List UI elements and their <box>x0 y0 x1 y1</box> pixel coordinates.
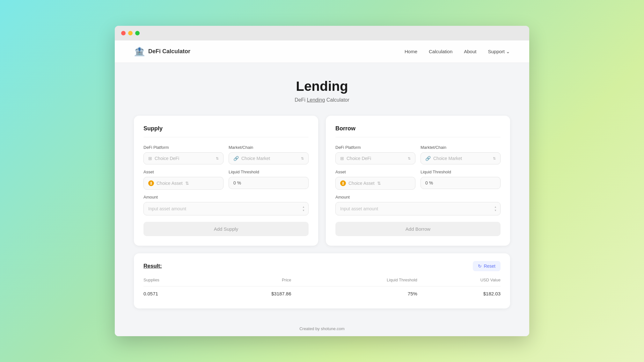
borrow-market-chain-group: Marktet/Chain 🔗 Choice Market ⇅ <box>421 145 501 164</box>
borrow-card-title: Borrow <box>335 125 501 137</box>
borrow-liquid-threshold-input[interactable] <box>421 177 501 189</box>
page-title: Lending <box>134 79 510 94</box>
browser-window: 🏦 DeFi Calculator Home Calculation About… <box>115 26 529 336</box>
footer: Created by shotune.com <box>115 321 529 336</box>
main-content: Lending DeFi Lending Calculator Supply D… <box>115 63 529 321</box>
col-price: Price <box>209 278 291 286</box>
supply-market-chain-label: Market/Chain <box>229 145 309 150</box>
supply-amount-arrows: ▲ ▼ <box>302 206 305 212</box>
page-header: Lending DeFi Lending Calculator <box>134 79 510 103</box>
borrow-middle-row: Asset ₿ Choice Asset ⇅ Liquid Threshold <box>335 170 501 190</box>
supply-market-chain-group: Market/Chain 🔗 Choice Market ⇅ <box>229 145 309 164</box>
borrow-asset-select[interactable]: ₿ Choice Asset ⇅ <box>335 177 415 190</box>
supply-amount-label: Amount <box>143 195 309 199</box>
add-supply-button[interactable]: Add Supply <box>143 222 309 236</box>
chevron-icon-borrow-3: ⇅ <box>377 181 381 186</box>
supply-liquid-threshold-group: Liquid Threshold <box>229 170 309 190</box>
row-supplies: 0.0571 <box>143 286 209 301</box>
link-icon-borrow: 🔗 <box>425 156 431 161</box>
add-borrow-button[interactable]: Add Borrow <box>335 222 501 236</box>
nav-support[interactable]: Support ⌄ <box>488 49 510 54</box>
supply-defi-platform-group: DeFi Platform ⊞ Choice DeFi ⇅ <box>143 145 223 164</box>
reset-label: Reset <box>484 264 495 269</box>
supply-asset-label: Asset <box>143 170 223 174</box>
nav-home[interactable]: Home <box>405 49 417 54</box>
borrow-amount-group: Amount ▲ ▼ <box>335 195 501 215</box>
supply-asset-value: Choice Asset <box>157 181 183 186</box>
borrow-amount-label: Amount <box>335 195 501 199</box>
traffic-light-green[interactable] <box>135 31 140 35</box>
borrow-asset-value: Choice Asset <box>348 181 375 186</box>
grid-icon-borrow: ⊞ <box>340 156 344 161</box>
subtitle-pre: DeFi <box>295 97 307 103</box>
row-liquid-threshold: 75% <box>291 286 417 301</box>
cards-row: Supply DeFi Platform ⊞ Choice DeFi ⇅ <box>134 116 510 246</box>
supply-asset-group: Asset ₿ Choice Asset ⇅ <box>143 170 223 190</box>
reset-button[interactable]: ↻ Reset <box>473 261 501 271</box>
grid-icon: ⊞ <box>148 156 152 161</box>
col-liquid-threshold: Liquid Threshold <box>291 278 417 286</box>
result-title: Result: <box>143 263 162 269</box>
browser-titlebar <box>115 26 529 40</box>
supply-amount-group: Amount ▲ ▼ <box>143 195 309 215</box>
result-header: Result: ↻ Reset <box>143 261 501 271</box>
nav-calculation[interactable]: Calculation <box>429 49 452 54</box>
brand-icon: 🏦 <box>134 46 145 57</box>
chevron-icon-borrow-2: ⇅ <box>493 156 496 161</box>
supply-liquid-threshold-input[interactable] <box>229 177 309 189</box>
borrow-top-row: DeFi Platform ⊞ Choice DeFi ⇅ Marktet/Ch… <box>335 145 501 164</box>
supply-card-title: Supply <box>143 125 309 137</box>
supply-market-chain-value: Choice Market <box>241 156 298 161</box>
result-table: Supplies Price Liquid Threshold USD Valu… <box>143 278 501 301</box>
chevron-icon-2: ⇅ <box>301 156 304 161</box>
brand: 🏦 DeFi Calculator <box>134 46 190 57</box>
result-section: Result: ↻ Reset Supplies Price Liquid Th… <box>134 253 510 308</box>
supply-defi-platform-value: Choice DeFi <box>155 156 213 161</box>
borrow-card: Borrow DeFi Platform ⊞ Choice DeFi ⇅ <box>326 116 510 246</box>
refresh-icon: ↻ <box>478 264 482 269</box>
chevron-icon-3: ⇅ <box>185 181 189 186</box>
borrow-amount-wrapper: ▲ ▼ <box>335 202 501 215</box>
supply-defi-platform-select[interactable]: ⊞ Choice DeFi ⇅ <box>143 152 223 164</box>
chevron-icon: ⇅ <box>216 156 219 161</box>
supply-defi-platform-label: DeFi Platform <box>143 145 223 150</box>
browser-content: 🏦 DeFi Calculator Home Calculation About… <box>115 40 529 336</box>
supply-top-row: DeFi Platform ⊞ Choice DeFi ⇅ Market/Cha… <box>143 145 309 164</box>
borrow-defi-platform-group: DeFi Platform ⊞ Choice DeFi ⇅ <box>335 145 415 164</box>
borrow-market-chain-label: Marktet/Chain <box>421 145 501 150</box>
borrow-asset-label: Asset <box>335 170 415 174</box>
subtitle-post: Calculator <box>325 97 349 103</box>
nav-support-label: Support <box>488 49 505 54</box>
footer-text: Created by shotune.com <box>299 326 345 331</box>
borrow-defi-platform-select[interactable]: ⊞ Choice DeFi ⇅ <box>335 152 415 164</box>
link-icon: 🔗 <box>233 156 239 161</box>
navbar-nav: Home Calculation About Support ⌄ <box>405 49 510 54</box>
borrow-market-chain-select[interactable]: 🔗 Choice Market ⇅ <box>421 152 501 164</box>
borrow-liquid-threshold-label: Liquid Threshold <box>421 170 501 174</box>
chevron-icon-borrow: ⇅ <box>408 156 411 161</box>
bitcoin-icon-borrow: ₿ <box>340 180 346 186</box>
traffic-light-yellow[interactable] <box>128 31 133 35</box>
supply-middle-row: Asset ₿ Choice Asset ⇅ Liquid Threshold <box>143 170 309 190</box>
table-row: 0.0571 $3187.86 75% $182.03 <box>143 286 501 301</box>
navbar: 🏦 DeFi Calculator Home Calculation About… <box>115 40 529 63</box>
supply-card: Supply DeFi Platform ⊞ Choice DeFi ⇅ <box>134 116 318 246</box>
borrow-defi-platform-label: DeFi Platform <box>335 145 415 150</box>
brand-name: DeFi Calculator <box>148 48 190 55</box>
nav-about[interactable]: About <box>464 49 476 54</box>
supply-amount-wrapper: ▲ ▼ <box>143 202 309 215</box>
borrow-defi-platform-value: Choice DeFi <box>347 156 405 161</box>
supply-market-chain-select[interactable]: 🔗 Choice Market ⇅ <box>229 152 309 164</box>
traffic-light-red[interactable] <box>121 31 126 35</box>
chevron-down-icon: ⌄ <box>506 49 510 54</box>
supply-amount-input[interactable] <box>143 202 309 215</box>
supply-liquid-threshold-label: Liquid Threshold <box>229 170 309 174</box>
row-price: $3187.86 <box>209 286 291 301</box>
row-usd-value: $182.03 <box>417 286 501 301</box>
supply-asset-select[interactable]: ₿ Choice Asset ⇅ <box>143 177 223 190</box>
borrow-amount-input[interactable] <box>335 202 501 215</box>
subtitle-link: Lending <box>307 97 325 103</box>
borrow-market-chain-value: Choice Market <box>433 156 490 161</box>
borrow-amount-arrows: ▲ ▼ <box>494 206 497 212</box>
borrow-liquid-threshold-group: Liquid Threshold <box>421 170 501 190</box>
